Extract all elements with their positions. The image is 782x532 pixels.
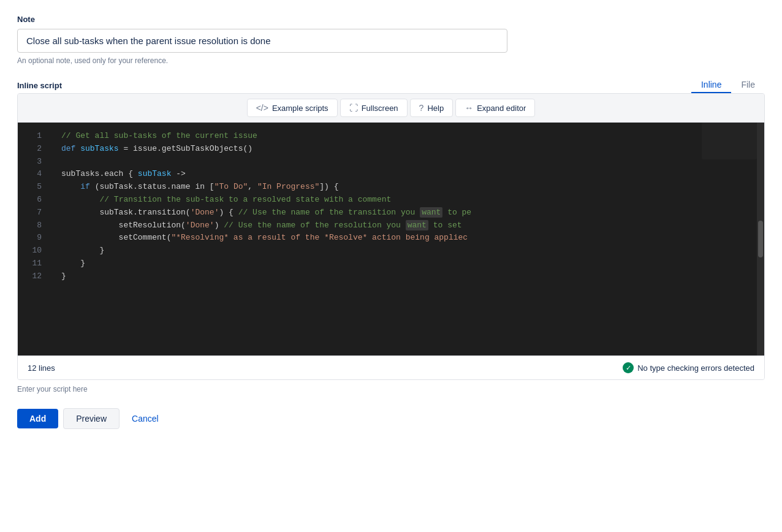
scrollbar[interactable] xyxy=(757,123,764,355)
inline-script-label: Inline script xyxy=(17,81,62,90)
expand-editor-button[interactable]: ↔ Expand editor xyxy=(455,99,535,117)
code-line-4: subTasks.each { subTask -> xyxy=(61,168,747,181)
line-num-2: 2 xyxy=(18,143,51,156)
line-num-11: 11 xyxy=(18,257,51,270)
line-num-12: 12 xyxy=(18,270,51,283)
code-line-5: if (subTask.status.name in ["To Do", "In… xyxy=(61,181,747,194)
no-errors-status: ✓ No type checking errors detected xyxy=(623,362,754,373)
line-num-9: 9 xyxy=(18,232,51,245)
fullscreen-label: Fullscreen xyxy=(362,104,398,113)
fullscreen-icon: ⛶ xyxy=(349,103,358,113)
note-section: Note An optional note, used only for you… xyxy=(17,15,765,65)
note-hint: An optional note, used only for your ref… xyxy=(17,56,765,65)
note-input[interactable] xyxy=(17,29,507,53)
status-text: No type checking errors detected xyxy=(637,363,754,373)
minimap xyxy=(702,123,757,159)
script-tabs: Inline File xyxy=(691,77,765,93)
line-num-7: 7 xyxy=(18,207,51,219)
line-num-1: 1 xyxy=(18,130,51,143)
code-line-1: // Get all sub-tasks of the current issu… xyxy=(61,130,747,143)
line-num-6: 6 xyxy=(18,194,51,207)
fullscreen-button[interactable]: ⛶ Fullscreen xyxy=(340,99,408,117)
script-header: Inline script Inline File xyxy=(17,77,765,93)
code-line-6: // Transition the sub-task to a resolved… xyxy=(61,194,747,207)
note-label: Note xyxy=(17,15,765,24)
help-icon: ? xyxy=(419,103,424,113)
example-scripts-label: Example scripts xyxy=(272,104,328,113)
cancel-button[interactable]: Cancel xyxy=(124,409,166,428)
check-icon: ✓ xyxy=(623,362,634,373)
tab-inline[interactable]: Inline xyxy=(691,77,731,93)
line-numbers: 1 2 3 4 5 6 7 8 9 10 11 12 xyxy=(18,123,51,355)
code-line-10: } xyxy=(61,245,747,257)
editor-container: </> Example scripts ⛶ Fullscreen ? Help … xyxy=(17,93,765,380)
code-line-3 xyxy=(61,156,747,169)
code-line-11: } xyxy=(61,257,747,270)
line-num-3: 3 xyxy=(18,156,51,169)
editor-toolbar: </> Example scripts ⛶ Fullscreen ? Help … xyxy=(18,94,764,123)
editor-footer: 12 lines ✓ No type checking errors detec… xyxy=(18,355,764,379)
tab-file[interactable]: File xyxy=(731,77,765,93)
code-icon: </> xyxy=(256,103,268,113)
expand-editor-label: Expand editor xyxy=(477,104,526,113)
code-line-7: subTask.transition('Done') { // Use the … xyxy=(61,207,747,219)
expand-icon: ↔ xyxy=(465,103,473,113)
code-content[interactable]: // Get all sub-tasks of the current issu… xyxy=(51,123,757,355)
line-num-5: 5 xyxy=(18,181,51,194)
script-hint: Enter your script here xyxy=(17,385,765,393)
action-buttons: Add Preview Cancel xyxy=(17,408,765,429)
lines-count: 12 lines xyxy=(28,363,55,373)
example-scripts-button[interactable]: </> Example scripts xyxy=(247,99,338,117)
help-label: Help xyxy=(427,104,444,113)
code-line-8: setResolution('Done') // Use the name of… xyxy=(61,219,747,232)
help-button[interactable]: ? Help xyxy=(410,99,454,117)
add-button[interactable]: Add xyxy=(17,409,58,428)
line-num-8: 8 xyxy=(18,219,51,232)
line-num-10: 10 xyxy=(18,245,51,257)
code-line-9: setComment("*Resolving* as a result of t… xyxy=(61,232,747,245)
code-line-2: def subTasks = issue.getSubTaskObjects() xyxy=(61,143,747,156)
code-area[interactable]: 1 2 3 4 5 6 7 8 9 10 11 12 // Get all su… xyxy=(18,123,764,355)
scrollbar-thumb[interactable] xyxy=(758,221,763,257)
line-num-4: 4 xyxy=(18,168,51,181)
preview-button[interactable]: Preview xyxy=(63,408,120,429)
code-line-12: } xyxy=(61,270,747,283)
